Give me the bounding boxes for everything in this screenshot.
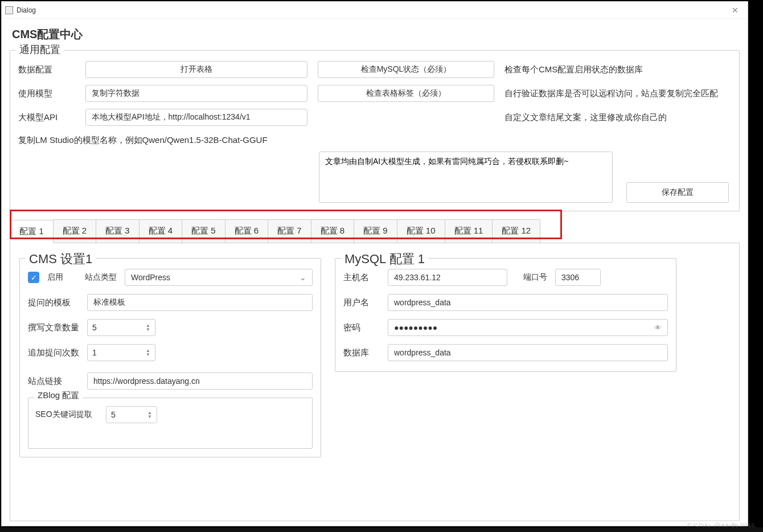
cms-settings-group: CMS 设置1 ✓ 启用 站点类型 WordPress ⌄ 提问的模板 标准模板 <box>19 258 321 457</box>
app-title: CMS配置中心 <box>10 27 740 42</box>
cms-legend: CMS 设置1 <box>26 251 96 268</box>
stepper-arrows-icon: ▲▼ <box>147 411 152 419</box>
followup-label: 追加提问次数 <box>28 347 79 358</box>
enable-label: 启用 <box>47 272 63 283</box>
site-type-label: 站点类型 <box>85 272 117 283</box>
followup-value: 1 <box>92 348 97 357</box>
password-label: 密码 <box>343 322 380 333</box>
password-value: ●●●●●●●●● <box>394 323 437 332</box>
close-icon[interactable]: ✕ <box>727 3 743 17</box>
main-area: CMS配置中心 通用配置 数据配置 打开表格 检查MySQL状态（必须） 检查每… <box>2 19 748 526</box>
followup-stepper[interactable]: 1 ▲▼ <box>87 344 155 361</box>
tab-content: CMS 设置1 ✓ 启用 站点类型 WordPress ⌄ 提问的模板 标准模板 <box>10 243 740 521</box>
tab-config-3[interactable]: 配置 3 <box>96 219 140 243</box>
zblog-legend: ZBlog 配置 <box>34 390 83 401</box>
general-legend: 通用配置 <box>16 43 64 56</box>
article-count-value: 5 <box>92 323 97 332</box>
titlebar: Dialog ✕ <box>2 2 748 19</box>
zblog-config-group: ZBlog 配置 SEO关键词提取 5 ▲▼ <box>28 398 313 449</box>
data-config-helper: 检查每个CMS配置启用状态的数据库 <box>504 64 731 75</box>
tab-config-12[interactable]: 配置 12 <box>492 219 540 243</box>
seo-label: SEO关键词提取 <box>35 410 98 420</box>
seo-stepper[interactable]: 5 ▲▼ <box>106 406 157 423</box>
tabs-wrap: 配置 1 配置 2 配置 3 配置 4 配置 5 配置 6 配置 7 配置 8 … <box>10 219 740 521</box>
host-label: 主机名 <box>343 272 380 283</box>
tab-config-4[interactable]: 配置 4 <box>139 219 183 243</box>
chevron-down-icon: ⌄ <box>300 273 306 282</box>
template-input[interactable]: 标准模板 <box>87 294 313 311</box>
host-input[interactable]: 49.233.61.12 <box>388 269 507 286</box>
model-helper: 自行验证数据库是否可以远程访问，站点要复制完全匹配 <box>504 88 731 99</box>
password-input[interactable]: ●●●●●●●●● 👁 <box>388 319 668 336</box>
footer-text-textarea[interactable]: 文章均由自制AI大模型生成，如果有雷同纯属巧合，若侵权联系即删~ <box>319 152 613 203</box>
tab-config-1[interactable]: 配置 1 <box>10 220 54 243</box>
template-label: 提问的模板 <box>28 297 79 308</box>
port-input[interactable]: 3306 <box>555 269 601 286</box>
site-link-value: https://wordpress.datayang.cn <box>93 377 200 386</box>
general-config-group: 通用配置 数据配置 打开表格 检查MySQL状态（必须） 检查每个CMS配置启用… <box>10 50 740 211</box>
tabbar: 配置 1 配置 2 配置 3 配置 4 配置 5 配置 6 配置 7 配置 8 … <box>10 219 740 243</box>
save-config-button[interactable]: 保存配置 <box>626 182 729 203</box>
copy-hint: 复制LM Studio的模型名称，例如Qwen/Qwen1.5-32B-Chat… <box>18 135 307 146</box>
tab-config-9[interactable]: 配置 9 <box>354 219 397 243</box>
seo-value: 5 <box>111 410 116 419</box>
article-count-label: 撰写文章数量 <box>28 322 79 333</box>
tab-config-2[interactable]: 配置 2 <box>53 219 97 243</box>
stepper-arrows-icon: ▲▼ <box>146 324 150 332</box>
user-input[interactable]: wordpress_data <box>388 294 668 311</box>
check-tags-button[interactable]: 检查表格标签（必须） <box>318 85 494 102</box>
stepper-arrows-icon: ▲▼ <box>146 349 150 357</box>
dialog-window: Dialog ✕ CMS配置中心 通用配置 数据配置 打开表格 检查MySQL状… <box>1 1 748 526</box>
user-label: 用户名 <box>343 297 380 308</box>
db-label: 数据库 <box>343 347 380 358</box>
port-label: 端口号 <box>515 272 547 283</box>
site-link-label: 站点链接 <box>28 376 79 387</box>
open-table-button[interactable]: 打开表格 <box>85 61 307 78</box>
tab-config-5[interactable]: 配置 5 <box>182 219 225 243</box>
template-value: 标准模板 <box>93 297 125 308</box>
site-type-select[interactable]: WordPress ⌄ <box>125 269 313 286</box>
host-value: 49.233.61.12 <box>394 273 441 282</box>
copy-string-value: 复制字符数据 <box>92 88 140 99</box>
taskbar-strip <box>0 527 763 532</box>
window-title: Dialog <box>17 6 36 14</box>
tab-config-7[interactable]: 配置 7 <box>268 219 311 243</box>
db-input[interactable]: wordpress_data <box>388 344 668 361</box>
tab-config-8[interactable]: 配置 8 <box>311 219 355 243</box>
copy-string-input[interactable]: 复制字符数据 <box>85 85 307 102</box>
eye-icon[interactable]: 👁 <box>654 324 662 332</box>
data-config-label: 数据配置 <box>18 64 75 75</box>
enable-checkbox[interactable]: ✓ <box>28 272 39 283</box>
mysql-legend: MySQL 配置 1 <box>341 251 428 268</box>
api-address-input[interactable]: 本地大模型API地址，http://localhost:1234/v1 <box>85 109 307 126</box>
footer-helper: 自定义文章结尾文案，这里修改成你自己的 <box>504 112 731 123</box>
user-value: wordpress_data <box>394 298 451 307</box>
tab-config-10[interactable]: 配置 10 <box>397 219 445 243</box>
site-link-input[interactable]: https://wordpress.datayang.cn <box>87 373 313 390</box>
db-value: wordpress_data <box>394 348 451 357</box>
api-address-value: 本地大模型API地址，http://localhost:1234/v1 <box>92 112 251 122</box>
port-value: 3306 <box>561 273 579 282</box>
site-type-value: WordPress <box>131 273 170 282</box>
mysql-config-group: MySQL 配置 1 主机名 49.233.61.12 端口号 3306 用户名… <box>335 258 676 372</box>
app-icon <box>5 6 13 14</box>
tab-config-6[interactable]: 配置 6 <box>225 219 269 243</box>
use-model-label: 使用模型 <box>18 88 75 99</box>
tab-config-11[interactable]: 配置 11 <box>445 219 493 243</box>
api-label: 大模型API <box>18 112 75 123</box>
article-count-stepper[interactable]: 5 ▲▼ <box>87 319 155 336</box>
check-mysql-button[interactable]: 检查MySQL状态（必须） <box>318 61 494 78</box>
